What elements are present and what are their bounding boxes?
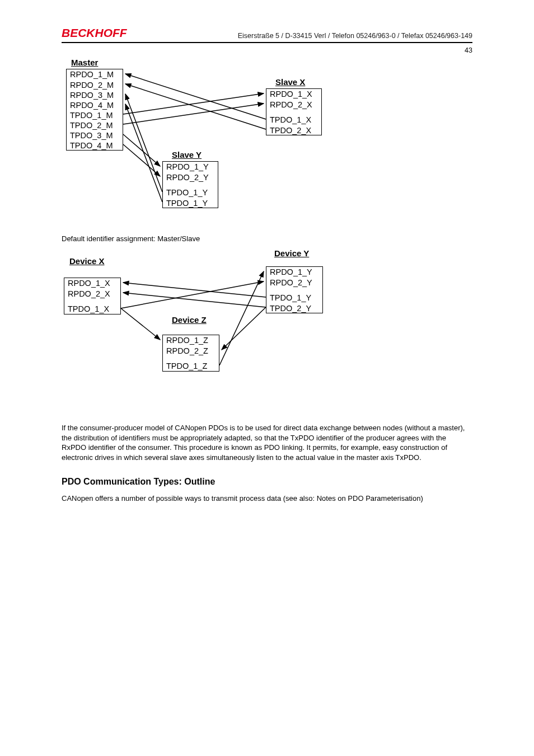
svg-line-6 <box>123 134 160 166</box>
svg-line-9 <box>121 281 264 308</box>
slavey-box: RPDO_1_Y RPDO_2_Y TPDO_1_Y TPDO_1_Y <box>162 161 218 208</box>
diagram-pdo-linking: Device X RPDO_1_X RPDO_2_X TPDO_1_X Devi… <box>62 251 330 413</box>
page-number: 43 <box>34 43 500 54</box>
pdo-row: TPDO_1_Y <box>266 293 322 303</box>
slavex-box: RPDO_1_X RPDO_2_X TPDO_1_X TPDO_2_X <box>266 88 322 135</box>
pdo-row: RPDO_3_M <box>67 90 123 100</box>
pdo-row: TPDO_2_M <box>67 120 123 130</box>
pdo-row: TPDO_2_Y <box>266 303 322 313</box>
svg-line-4 <box>123 93 264 114</box>
svg-line-1 <box>125 84 266 129</box>
pdo-row: RPDO_1_M <box>67 69 123 79</box>
pdo-row: RPDO_2_X <box>64 288 120 298</box>
pdo-row: RPDO_2_Y <box>266 277 322 287</box>
master-box: RPDO_1_M RPDO_2_M RPDO_3_M RPDO_4_M TPDO… <box>66 69 123 151</box>
diagram-master-slave: Master RPDO_1_M RPDO_2_M RPDO_3_M RPDO_4… <box>62 59 330 227</box>
svg-line-7 <box>123 144 160 176</box>
svg-line-0 <box>125 74 266 119</box>
devicez-title: Device Z <box>172 315 207 325</box>
pdo-row: TPDO_2_X <box>266 125 321 135</box>
pdo-row: RPDO_2_Z <box>163 345 219 355</box>
devicez-box: RPDO_1_Z RPDO_2_Z TPDO_1_Z <box>162 335 219 372</box>
devicex-title: Device X <box>69 256 105 266</box>
body-paragraph-2: CANopen offers a number of possible ways… <box>62 494 472 504</box>
svg-line-3 <box>125 104 162 202</box>
slavex-title: Slave X <box>275 77 305 87</box>
pdo-row: RPDO_2_X <box>266 99 321 109</box>
pdo-row: RPDO_2_Y <box>163 172 218 182</box>
pdo-row: TPDO_1_X <box>266 115 321 125</box>
pdo-row: TPDO_1_X <box>64 304 120 314</box>
svg-line-10 <box>121 308 160 340</box>
svg-line-5 <box>123 104 264 124</box>
svg-line-12 <box>222 307 266 350</box>
pdo-row: RPDO_1_Y <box>163 162 218 172</box>
slavey-title: Slave Y <box>172 150 202 159</box>
master-title: Master <box>71 58 98 67</box>
pdo-row: RPDO_1_X <box>266 89 321 99</box>
devicey-box: RPDO_1_Y RPDO_2_Y TPDO_1_Y TPDO_2_Y <box>266 266 323 313</box>
pdo-row: RPDO_2_M <box>67 79 123 90</box>
pdo-row: TPDO_1_Y <box>163 187 218 198</box>
header-info: Eiserstraße 5 / D-33415 Verl / Telefon 0… <box>238 32 472 40</box>
pdo-row: TPDO_1_Y <box>163 198 218 208</box>
body-paragraph-1: If the consumer-producer model of CANope… <box>62 423 472 462</box>
pdo-row: TPDO_1_M <box>67 110 123 120</box>
page-header: BECKHOFF Eiserstraße 5 / D-33415 Verl / … <box>34 27 500 40</box>
devicey-title: Device Y <box>274 248 309 258</box>
pdo-row: RPDO_1_Z <box>163 335 219 345</box>
pdo-row: TPDO_1_Z <box>163 361 219 371</box>
logo: BECKHOFF <box>62 27 127 40</box>
pdo-row: RPDO_1_X <box>64 278 120 288</box>
diagram1-caption: Default identifier assignment: Master/Sl… <box>62 234 472 243</box>
pdo-row: TPDO_3_M <box>67 130 123 140</box>
devicex-box: RPDO_1_X RPDO_2_X TPDO_1_X <box>64 278 121 314</box>
pdo-row: RPDO_4_M <box>67 100 123 110</box>
svg-line-2 <box>125 94 162 192</box>
pdo-row: RPDO_1_Y <box>266 267 322 277</box>
pdo-row: TPDO_4_M <box>67 140 123 150</box>
svg-line-13 <box>219 271 264 365</box>
svg-line-11 <box>123 293 266 307</box>
section-heading: PDO Communication Types: Outline <box>62 477 472 487</box>
svg-line-8 <box>123 283 266 297</box>
